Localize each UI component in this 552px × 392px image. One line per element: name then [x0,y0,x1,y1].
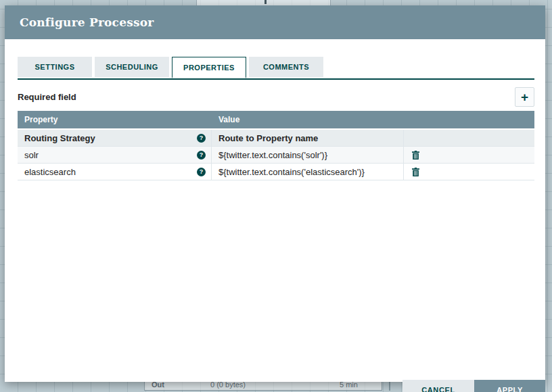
property-cell: solr ? [18,147,212,163]
help-icon[interactable]: ? [197,134,206,143]
delete-property-button[interactable] [412,168,419,176]
dialog-footer: CANCEL APPLY [402,380,545,392]
help-icon[interactable]: ? [197,151,206,160]
add-property-button[interactable]: + [515,87,534,107]
table-row: solr ? ${twitter.text.contains('solr')} [18,147,534,164]
value-cell[interactable]: ${twitter.text.contains('solr')} [212,147,404,163]
required-field-label: Required field [18,92,76,102]
actions-cell [404,164,534,180]
apply-button[interactable]: APPLY [474,380,545,392]
table-row: elasticsearch ? ${twitter.text.contains(… [18,164,534,180]
tab-comments[interactable]: COMMENTS [249,57,323,77]
table-header-row: Property Value [18,111,534,128]
property-name: solr [24,150,39,160]
property-cell: elasticsearch ? [18,164,212,180]
tab-properties[interactable]: PROPERTIES [172,57,246,78]
cancel-button[interactable]: CANCEL [402,380,474,392]
background-tick [264,0,267,4]
dialog-header: Configure Processor [5,5,545,39]
dialog-title: Configure Processor [5,16,154,29]
actions-cell [404,130,534,146]
column-header-actions [404,111,534,128]
value-cell[interactable]: Route to Property name [212,130,404,146]
value-cell[interactable]: ${twitter.text.contains('elasticsearch')… [212,164,404,180]
table-row: Routing Strategy ? Route to Property nam… [18,130,534,147]
column-header-property: Property [18,111,212,128]
delete-property-button[interactable] [412,151,419,160]
configure-processor-dialog: Configure Processor SETTINGS SCHEDULING … [5,5,545,382]
plus-icon: + [521,91,528,103]
required-field-row: Required field + [18,87,534,107]
column-header-value: Value [212,111,404,128]
property-name: elasticsearch [24,167,76,177]
tab-bar: SETTINGS SCHEDULING PROPERTIES COMMENTS [18,57,534,80]
tab-scheduling[interactable]: SCHEDULING [95,57,169,77]
help-icon[interactable]: ? [197,168,206,176]
tab-settings[interactable]: SETTINGS [18,57,92,77]
dialog-body: SETTINGS SCHEDULING PROPERTIES COMMENTS … [5,57,545,392]
background-processor-fragment [196,0,331,5]
property-cell: Routing Strategy ? [18,130,212,146]
trash-icon [412,168,419,176]
trash-icon [412,151,419,160]
property-name: Routing Strategy [24,133,95,143]
properties-table: Property Value Routing Strategy ? Route … [18,111,534,180]
actions-cell [404,147,534,163]
